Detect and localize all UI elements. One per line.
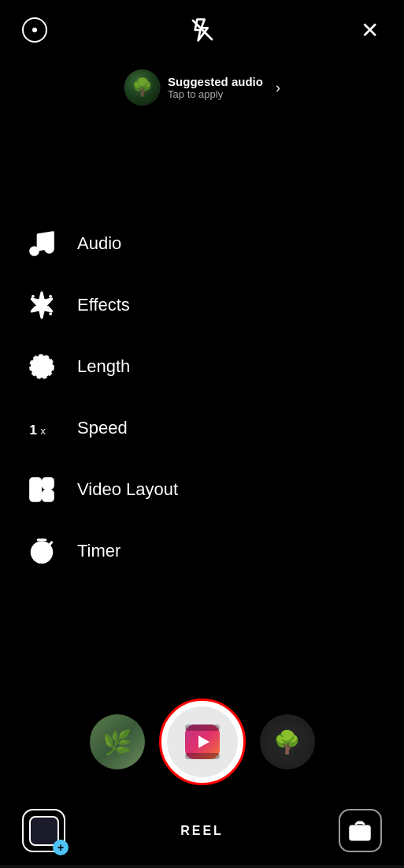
menu-item-video-layout[interactable]: Video Layout [0,459,404,520]
flash-off-icon [190,17,215,43]
video-layout-label: Video Layout [77,479,178,500]
gallery-button[interactable]: + [22,809,65,852]
shutter-button[interactable] [159,698,246,785]
svg-point-5 [49,295,52,298]
flip-camera-button[interactable] [339,809,382,852]
speed-label: Speed [77,418,128,438]
svg-text:1: 1 [29,422,37,438]
svg-text:15: 15 [37,363,46,373]
audio-text-group: Suggested audio Tap to apply [168,75,263,100]
svg-point-1 [31,248,39,255]
menu-list: Audio Effects 15 Length 1 x [0,213,404,582]
reel-mode-label: REEL [180,824,224,838]
audio-icon [24,225,60,262]
add-media-badge: + [53,840,69,855]
close-button[interactable]: ✕ [354,14,385,46]
bottom-controls: + REEL [0,809,404,852]
camera-row: 🌿 [90,698,315,785]
nature-thumbnail[interactable]: 🌿 [90,714,145,769]
top-bar: ✕ [0,0,404,60]
timer-icon [24,533,60,569]
menu-item-effects[interactable]: Effects [0,274,404,336]
suggested-audio-banner[interactable]: Suggested audio Tap to apply › [113,63,291,112]
settings-button[interactable] [19,14,50,46]
bottom-strip [0,865,404,868]
svg-point-2 [46,245,54,253]
menu-item-timer[interactable]: Timer [0,520,404,582]
shutter-inner [167,706,238,777]
menu-item-speed[interactable]: 1 x Speed [0,397,404,459]
settings-icon [22,17,47,43]
length-label: Length [77,356,130,377]
audio-subtitle: Tap to apply [168,88,263,100]
close-icon: ✕ [361,17,379,43]
video-layout-icon [24,471,60,508]
svg-rect-10 [31,479,41,501]
audio-thumbnail [124,69,160,106]
svg-rect-12 [43,491,54,501]
svg-rect-15 [185,725,220,731]
length-icon: 15 [24,348,60,385]
menu-item-length[interactable]: 15 Length [0,336,404,397]
svg-rect-16 [185,753,220,759]
flash-off-button[interactable] [187,14,218,46]
svg-text:x: x [40,426,46,437]
flip-camera-icon [348,819,372,843]
bottom-section: 🌿 [0,687,404,868]
audio-title: Suggested audio [168,75,263,88]
reels-icon [179,718,226,766]
gallery-icon [29,816,59,846]
timer-label: Timer [77,541,120,561]
tree-thumbnail[interactable]: 🌳 [260,714,315,769]
effects-label: Effects [77,295,130,315]
audio-chevron-icon: › [276,80,280,96]
svg-point-3 [32,295,35,298]
menu-item-audio[interactable]: Audio [0,213,404,274]
svg-rect-11 [43,479,54,489]
audio-label: Audio [77,233,121,254]
speed-icon: 1 x [24,410,60,446]
svg-point-4 [49,312,52,315]
effects-icon [24,287,60,323]
